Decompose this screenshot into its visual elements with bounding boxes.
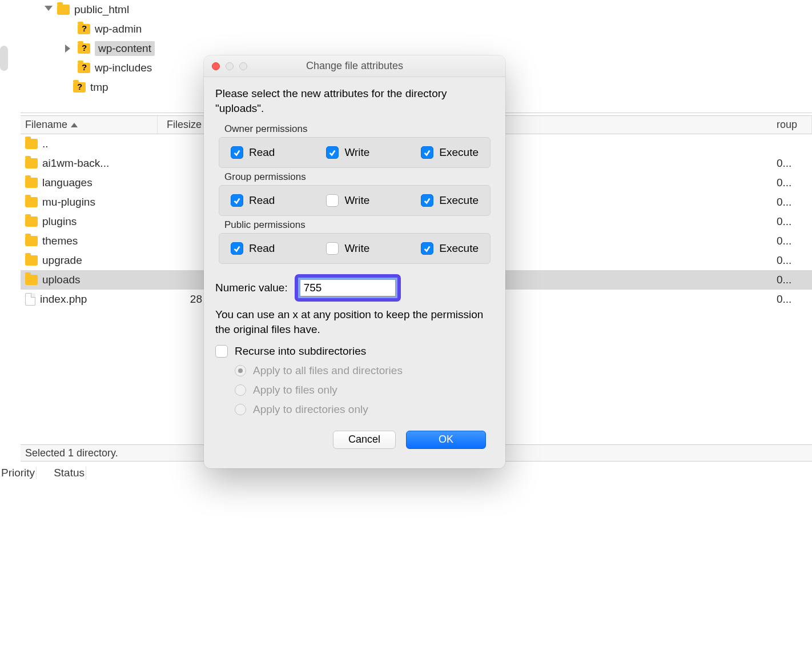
group-write-checkbox[interactable]: Write [326, 194, 369, 207]
folder-question-icon: ? [78, 63, 90, 73]
checkbox-label: Read [249, 146, 275, 159]
section-public-label: Public permissions [212, 216, 497, 233]
cell-name: upgrade [42, 254, 82, 267]
numeric-note: You can use an x at any position to keep… [212, 304, 497, 342]
file-icon [25, 293, 35, 306]
column-group[interactable]: roup [772, 116, 812, 134]
folder-icon [57, 5, 70, 15]
folder-icon [25, 236, 38, 246]
dialog-intro: Please select the new attributes for the… [212, 86, 497, 120]
group-permissions: Read Write Execute [219, 185, 491, 216]
cell-size: 28 [190, 293, 202, 306]
owner-permissions: Read Write Execute [219, 137, 491, 168]
folder-icon [25, 275, 38, 285]
column-status[interactable]: Status [53, 467, 86, 479]
checkbox-icon [421, 146, 433, 159]
tree-item[interactable]: public_html [21, 0, 812, 19]
recurse-label: Recurse into subdirectories [235, 345, 366, 358]
cell-group: 0... [777, 196, 791, 208]
recurse-checkbox[interactable] [215, 345, 228, 358]
tree-item[interactable]: ? wp-admin [21, 19, 812, 39]
tree-label: wp-admin [95, 23, 142, 35]
group-execute-checkbox[interactable]: Execute [421, 194, 479, 207]
checkbox-label: Write [344, 194, 369, 207]
status-text: Selected 1 directory. [25, 447, 118, 459]
column-label: roup [777, 119, 797, 131]
checkbox-icon [231, 146, 243, 159]
cell-name: uploads [42, 274, 81, 286]
owner-execute-checkbox[interactable]: Execute [421, 146, 479, 159]
checkbox-label: Execute [439, 146, 479, 159]
owner-read-checkbox[interactable]: Read [231, 146, 275, 159]
folder-icon [25, 216, 38, 227]
public-execute-checkbox[interactable]: Execute [421, 242, 479, 255]
column-filesize[interactable]: Filesize [158, 116, 207, 134]
scroll-thumb[interactable] [0, 46, 8, 71]
change-attributes-dialog: Change file attributes Please select the… [204, 55, 505, 468]
cell-group: 0... [777, 274, 791, 286]
chevron-down-icon[interactable] [45, 6, 53, 14]
public-read-checkbox[interactable]: Read [231, 242, 275, 255]
radio-label: Apply to directories only [253, 403, 368, 416]
radio-label: Apply to files only [253, 384, 337, 396]
cell-group: 0... [777, 293, 791, 306]
folder-icon [25, 197, 38, 207]
column-priority[interactable]: Priority [0, 467, 37, 479]
ok-button[interactable]: OK [406, 431, 486, 449]
button-label: OK [439, 434, 453, 446]
numeric-value-input[interactable] [300, 279, 396, 296]
numeric-value-highlight [295, 274, 401, 302]
button-label: Cancel [348, 434, 380, 446]
column-label: Filesize [167, 119, 202, 131]
owner-write-checkbox[interactable]: Write [326, 146, 369, 159]
column-filename[interactable]: Filename [21, 116, 158, 134]
chevron-right-icon[interactable] [65, 45, 73, 53]
dialog-title: Change file attributes [204, 60, 505, 72]
folder-question-icon: ? [78, 43, 90, 54]
cell-group: 0... [777, 254, 791, 267]
public-write-checkbox[interactable]: Write [326, 242, 369, 255]
checkbox-label: Read [249, 194, 275, 207]
cell-name: mu-plugins [42, 196, 95, 208]
group-read-checkbox[interactable]: Read [231, 194, 275, 207]
checkbox-icon [421, 242, 433, 255]
tree-label: wp-includes [95, 62, 152, 74]
checkbox-icon [326, 242, 339, 255]
tree-label: wp-content [95, 41, 155, 56]
dialog-titlebar[interactable]: Change file attributes [204, 55, 505, 77]
cell-group: 0... [777, 157, 791, 170]
folder-icon [25, 158, 38, 168]
cell-group: 0... [777, 176, 791, 189]
sort-ascending-icon [71, 123, 78, 127]
folder-question-icon: ? [78, 24, 90, 34]
column-label: Filename [25, 119, 67, 131]
section-group-label: Group permissions [212, 168, 497, 185]
cell-group: 0... [777, 235, 791, 247]
checkbox-label: Write [344, 242, 369, 255]
recurse-radio-group: Apply to all files and directories Apply… [212, 360, 497, 425]
checkbox-label: Execute [439, 194, 479, 207]
cell-name: themes [42, 235, 78, 247]
cancel-button[interactable]: Cancel [333, 431, 396, 449]
tree-label: tmp [90, 81, 108, 94]
cell-name: plugins [42, 215, 77, 228]
radio-icon [235, 404, 246, 415]
checkbox-label: Read [249, 242, 275, 255]
cell-name: .. [42, 138, 49, 150]
cell-name: ai1wm-back... [42, 157, 109, 170]
section-owner-label: Owner permissions [212, 120, 497, 137]
numeric-value-label: Numeric value: [215, 282, 288, 294]
checkbox-icon [421, 194, 433, 207]
checkbox-icon [326, 146, 339, 159]
checkbox-icon [231, 242, 243, 255]
checkbox-icon [231, 194, 243, 207]
checkbox-icon [326, 194, 339, 207]
radio-label: Apply to all files and directories [253, 364, 403, 377]
tree-label: public_html [74, 3, 129, 16]
folder-icon [25, 255, 38, 266]
radio-apply-all: Apply to all files and directories [235, 361, 497, 380]
checkbox-label: Write [344, 146, 369, 159]
checkbox-label: Execute [439, 242, 479, 255]
cell-name: index.php [40, 293, 87, 306]
cell-group: 0... [777, 215, 791, 228]
